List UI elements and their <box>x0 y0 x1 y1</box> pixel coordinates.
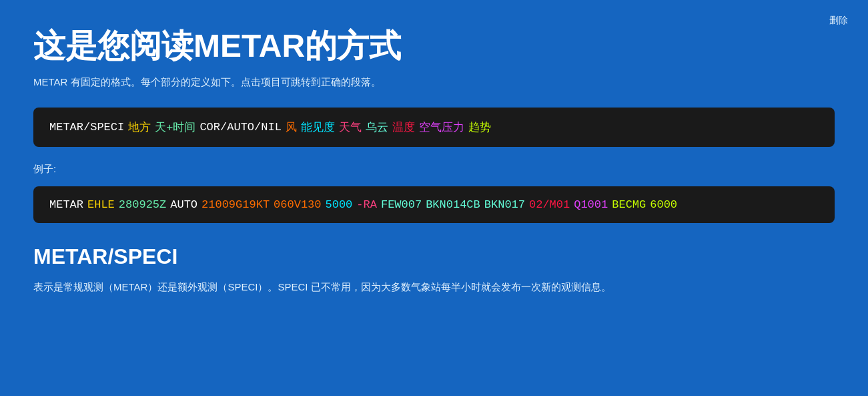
token-temperature[interactable]: 温度 <box>392 120 415 135</box>
token-metar-speci[interactable]: METAR/SPECI <box>49 121 124 134</box>
token-wind[interactable]: 风 <box>286 120 297 135</box>
example-token-trend1: BECMG <box>612 198 646 211</box>
delete-link[interactable]: 删除 <box>829 15 848 27</box>
page-title: 这是您阅读METAR的方式 <box>33 27 835 65</box>
token-cor-auto-nil[interactable]: COR/AUTO/NIL <box>199 121 281 134</box>
example-token-cloud3: BKN017 <box>484 198 525 211</box>
example-token-visibility: 5000 <box>326 198 353 211</box>
example-token-trend2: 6000 <box>650 198 677 211</box>
token-location[interactable]: 地方 <box>128 120 151 135</box>
token-weather[interactable]: 天气 <box>339 120 362 135</box>
example-token-ehle: EHLE <box>87 198 115 211</box>
example-token-metar: METAR <box>49 198 83 211</box>
example-token-weather: -RA <box>356 198 377 211</box>
token-clouds[interactable]: 乌云 <box>366 120 388 135</box>
token-trend[interactable]: 趋势 <box>468 120 491 135</box>
example-token-time: 280925Z <box>119 198 166 211</box>
token-pressure[interactable]: 空气压力 <box>419 120 464 135</box>
section-description: 表示是常规观测（METAR）还是额外观测（SPECI）。SPECI 已不常用，因… <box>33 278 767 296</box>
example-token-cloud2: BKN014CB <box>426 198 480 211</box>
page-subtitle: METAR 有固定的格式。每个部分的定义如下。点击项目可跳转到正确的段落。 <box>33 76 835 89</box>
example-token-auto: AUTO <box>170 198 197 211</box>
example-token-cloud1: FEW007 <box>381 198 422 211</box>
section-title: METAR/SPECI <box>33 244 835 269</box>
example-label: 例子: <box>33 163 835 176</box>
example-token-pressure: Q1001 <box>574 198 608 211</box>
example-token-wind2: 060V130 <box>274 198 321 211</box>
example-token-wind1: 21009G19KT <box>201 198 270 211</box>
example-code-bar: METAR EHLE 280925Z AUTO 21009G19KT 060V1… <box>33 186 835 223</box>
format-code-bar: METAR/SPECI 地方 天+时间 COR/AUTO/NIL 风 能见度 天… <box>33 108 835 147</box>
token-visibility[interactable]: 能见度 <box>301 120 335 135</box>
example-token-temp: 02/M01 <box>529 198 570 211</box>
token-datetime[interactable]: 天+时间 <box>155 120 195 135</box>
